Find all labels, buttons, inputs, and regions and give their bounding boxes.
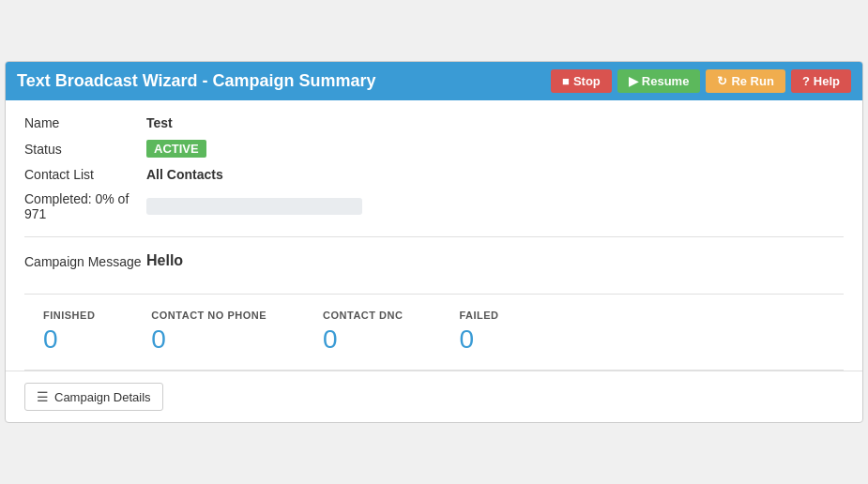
rerun-button[interactable]: ↻ Re Run	[706, 69, 785, 93]
resume-icon: ▶	[629, 74, 638, 88]
stat-item: FINISHED0	[43, 310, 95, 355]
section-divider-1	[24, 236, 844, 237]
main-content: Name Test Status ACTIVE Contact List All…	[6, 100, 862, 294]
rerun-icon: ↻	[717, 74, 727, 88]
wizard-container: Text Broadcast Wizard - Campaign Summary…	[5, 61, 863, 423]
stat-item: FAILED0	[459, 310, 498, 355]
campaign-details-label: Campaign Details	[54, 390, 151, 404]
header-buttons: ■ Stop ▶ Resume ↻ Re Run ? Help	[551, 69, 851, 93]
footer-section: ☰ Campaign Details	[6, 371, 862, 422]
help-button[interactable]: ? Help	[791, 69, 851, 93]
contact-list-value: All Contacts	[146, 167, 223, 182]
message-value: Hello	[146, 252, 183, 269]
header-title: Text Broadcast Wizard - Campaign Summary	[17, 71, 376, 91]
message-label: Campaign Message	[24, 252, 146, 269]
stat-item: CONTACT NO PHONE0	[151, 310, 266, 355]
stop-button[interactable]: ■ Stop	[551, 69, 612, 93]
stat-value: 0	[43, 325, 58, 355]
stat-value: 0	[323, 325, 338, 355]
stat-label: CONTACT NO PHONE	[151, 310, 266, 321]
stop-icon: ■	[562, 74, 570, 88]
contact-list-label: Contact List	[24, 167, 146, 182]
name-label: Name	[24, 115, 146, 130]
stat-label: CONTACT DNC	[323, 310, 403, 321]
stat-label: FINISHED	[43, 310, 95, 321]
name-row: Name Test	[24, 115, 844, 130]
resume-button[interactable]: ▶ Resume	[617, 69, 701, 93]
message-row: Campaign Message Hello	[24, 252, 844, 269]
status-badge: ACTIVE	[146, 140, 206, 158]
status-label: Status	[24, 142, 146, 157]
name-value: Test	[146, 115, 173, 130]
stat-value: 0	[151, 325, 166, 355]
header: Text Broadcast Wizard - Campaign Summary…	[6, 62, 862, 100]
list-icon: ☰	[37, 389, 49, 404]
completed-row: Completed: 0% of 971	[24, 191, 844, 221]
help-icon: ?	[802, 74, 810, 88]
stat-label: FAILED	[459, 310, 498, 321]
stat-item: CONTACT DNC0	[323, 310, 403, 355]
campaign-details-button[interactable]: ☰ Campaign Details	[24, 383, 163, 411]
contact-list-row: Contact List All Contacts	[24, 167, 844, 182]
status-row: Status ACTIVE	[24, 140, 844, 158]
completed-label: Completed: 0% of 971	[24, 191, 146, 221]
stats-section: FINISHED0CONTACT NO PHONE0CONTACT DNC0FA…	[6, 295, 862, 370]
stat-value: 0	[459, 325, 474, 355]
progress-bar-container	[146, 198, 362, 215]
